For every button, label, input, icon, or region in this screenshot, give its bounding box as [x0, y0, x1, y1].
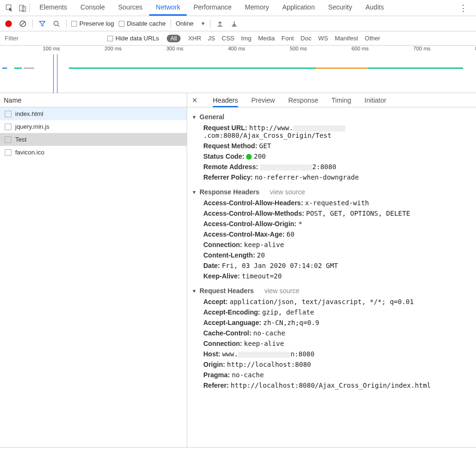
filter-all-pill[interactable]: All	[167, 35, 181, 42]
header-row: Access-Control-Allow-Origin: *	[193, 219, 470, 229]
view-source-link[interactable]: view source	[270, 188, 305, 196]
timeline-label: 400 ms	[228, 46, 245, 51]
hide-data-urls-checkbox[interactable]: Hide data URLs	[107, 35, 159, 42]
header-row: Referer: http://localhost:8080/Ajax_Cros…	[193, 380, 470, 391]
file-icon	[5, 136, 11, 143]
svg-line-4	[21, 22, 25, 26]
request-name: index.html	[15, 110, 43, 117]
inspect-icon[interactable]	[3, 4, 16, 12]
clear-icon[interactable]	[18, 19, 28, 29]
header-row: Pragma: no-cache	[193, 370, 470, 380]
file-icon	[5, 149, 11, 156]
request-name: favicon.ico	[15, 149, 44, 156]
header-row: Accept-Language: zh-CN,zh;q=0.9	[193, 317, 470, 328]
separator	[66, 19, 67, 28]
tab-audits[interactable]: Audits	[359, 0, 390, 16]
preserve-log-checkbox[interactable]: Preserve log	[71, 20, 114, 27]
timeline-label: 700 ms	[413, 46, 430, 51]
filter-cat-js[interactable]: JS	[208, 35, 215, 42]
filter-icon[interactable]	[38, 19, 47, 29]
detail-tab-initiator[interactable]: Initiator	[364, 96, 386, 107]
filter-categories: XHRJSCSSImgMediaFontDocWSManifestOther	[188, 35, 380, 42]
preserve-log-label: Preserve log	[79, 20, 114, 27]
detail-body: GeneralRequest URL: http://www..com:8080…	[187, 107, 476, 447]
header-row: Accept: application/json, text/javascrip…	[193, 296, 470, 307]
file-icon	[5, 111, 11, 117]
filter-cat-font[interactable]: Font	[282, 35, 294, 42]
disable-cache-checkbox[interactable]: Disable cache	[119, 20, 166, 27]
header-row: Connection: keep-alive	[193, 338, 470, 349]
header-row: Access-Control-Allow-Methods: POST, GET,…	[193, 208, 470, 219]
record-icon[interactable]	[4, 19, 13, 29]
timeline-label: 100 ms	[43, 46, 60, 51]
filter-input[interactable]	[5, 35, 100, 42]
device-toggle-icon[interactable]	[16, 4, 29, 12]
filter-cat-manifest[interactable]: Manifest	[335, 35, 358, 42]
tab-console[interactable]: Console	[74, 0, 111, 16]
request-row[interactable]: Test	[0, 133, 187, 146]
tab-security[interactable]: Security	[322, 0, 359, 16]
search-icon[interactable]	[52, 19, 61, 29]
header-row: Status Code: 200	[193, 151, 470, 162]
tab-application[interactable]: Application	[276, 0, 322, 16]
header-row: Referrer Policy: no-referrer-when-downgr…	[193, 172, 470, 182]
section-response headers[interactable]: Response Headersview source	[193, 186, 470, 198]
timeline[interactable]: 100 ms200 ms300 ms400 ms500 ms600 ms700 …	[0, 46, 476, 93]
timeline-body	[0, 54, 476, 93]
svg-point-5	[54, 21, 58, 25]
separator	[32, 19, 33, 28]
filter-bar: Hide data URLs All XHRJSCSSImgMediaFontD…	[0, 31, 476, 46]
devtools-tabs: ElementsConsoleSourcesNetworkPerformance…	[33, 0, 390, 16]
filter-cat-ws[interactable]: WS	[318, 35, 328, 42]
close-detail-icon[interactable]: ✕	[192, 96, 198, 104]
status-dot-icon	[246, 154, 252, 160]
section-request headers[interactable]: Request Headersview source	[193, 285, 470, 296]
request-list: index.htmljquery.min.jsTestfavicon.ico	[0, 107, 187, 447]
detail-tab-timing[interactable]: Timing	[332, 96, 352, 107]
filter-cat-css[interactable]: CSS	[222, 35, 235, 42]
network-toolbar: Preserve log Disable cache Online ▼	[0, 16, 476, 31]
header-row: Remote Address: 2:8080	[193, 162, 470, 172]
svg-rect-1	[19, 5, 24, 11]
detail-tabs: ✕ HeadersPreviewResponseTimingInitiator	[187, 93, 476, 107]
section-general[interactable]: General	[193, 111, 470, 123]
name-column-header[interactable]: Name	[0, 93, 187, 107]
timeline-label: 600 ms	[352, 46, 369, 51]
file-icon	[5, 124, 11, 130]
network-main: Name index.htmljquery.min.jsTestfavicon.…	[0, 93, 476, 447]
header-row: Request URL: http://www..com:8080/Ajax_C…	[193, 123, 470, 141]
request-name: Test	[15, 136, 27, 143]
tab-elements[interactable]: Elements	[33, 0, 74, 16]
header-row: Keep-Alive: timeout=20	[193, 271, 470, 281]
request-row[interactable]: favicon.ico	[0, 146, 187, 159]
disable-cache-label: Disable cache	[127, 20, 166, 27]
tab-network[interactable]: Network	[149, 0, 187, 16]
header-row: Access-Control-Allow-Headers: x-requeste…	[193, 198, 470, 208]
header-row: Host: www.n:8080	[193, 349, 470, 359]
svg-line-6	[58, 25, 59, 27]
separator	[171, 19, 171, 28]
throttling-select[interactable]: Online ▼	[176, 20, 206, 27]
header-row: Date: Fri, 03 Jan 2020 07:14:02 GMT	[193, 260, 470, 271]
tab-performance[interactable]: Performance	[187, 0, 238, 16]
tab-sources[interactable]: Sources	[112, 0, 149, 16]
filter-cat-xhr[interactable]: XHR	[188, 35, 201, 42]
filter-cat-doc[interactable]: Doc	[301, 35, 312, 42]
view-source-link[interactable]: view source	[264, 287, 299, 295]
more-menu-icon[interactable]: ⋮	[453, 3, 473, 13]
download-har-icon[interactable]	[229, 19, 239, 29]
filter-cat-media[interactable]: Media	[258, 35, 275, 42]
upload-har-icon[interactable]	[215, 19, 225, 29]
header-row: Access-Control-Max-Age: 60	[193, 229, 470, 239]
request-row[interactable]: index.html	[0, 107, 187, 120]
filter-cat-img[interactable]: Img	[241, 35, 251, 42]
tab-memory[interactable]: Memory	[238, 0, 276, 16]
detail-tab-response[interactable]: Response	[288, 96, 318, 107]
devtools-tabbar: ElementsConsoleSourcesNetworkPerformance…	[0, 0, 476, 16]
status-footer: 4 requests 118 KB transferred 117 KB res…	[0, 447, 476, 449]
request-row[interactable]: jquery.min.js	[0, 120, 187, 133]
header-row: Origin: http://localhost:8080	[193, 359, 470, 370]
detail-tab-preview[interactable]: Preview	[251, 96, 275, 107]
filter-cat-other[interactable]: Other	[365, 35, 381, 42]
detail-tab-headers[interactable]: Headers	[213, 96, 238, 107]
